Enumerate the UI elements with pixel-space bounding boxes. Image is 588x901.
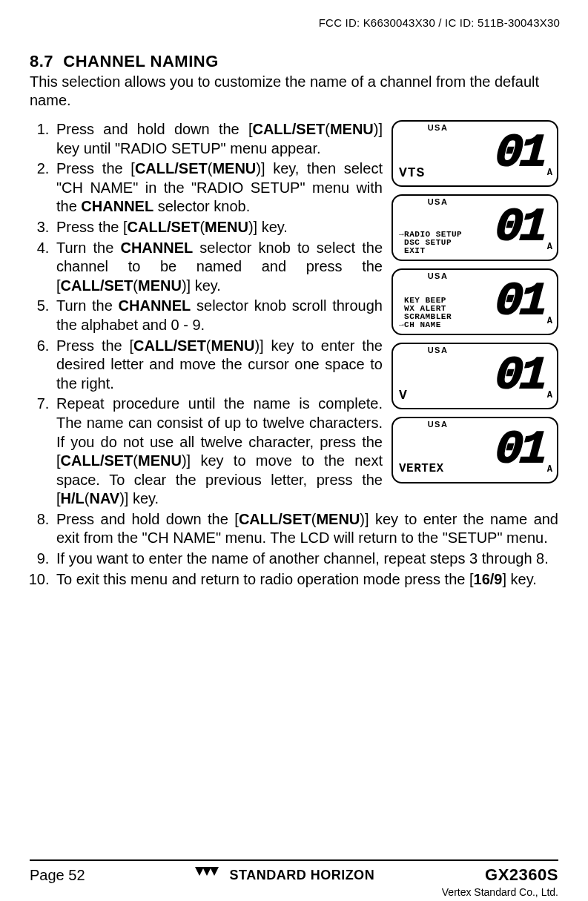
key-label: MENU (205, 219, 248, 235)
lcd-column: USAVTS01AUSA→RADIO SETUP DSC SETUP EXIT0… (392, 120, 558, 510)
bold-text: CHANNEL (120, 240, 193, 256)
lcd-usa-indicator: USA (393, 197, 483, 206)
steps-list-lower: Press and hold down the [CALL/SET(MENU)]… (30, 510, 558, 589)
key-call-set-menu: [CALL/SET(MENU)] (123, 219, 257, 235)
key-call-set-menu: [CALL/SET(MENU)] (131, 160, 265, 176)
key-call-set-menu: [CALL/SET(MENU)] (248, 121, 383, 137)
step-8: Press and hold down the [CALL/SET(MENU)]… (53, 510, 558, 548)
lcd-digit-area: 01A (483, 196, 557, 260)
step-5: Turn the CHANNEL selector knob scroll th… (53, 297, 383, 334)
text: key. (257, 219, 288, 235)
key-label: CALL/SET (61, 277, 133, 294)
brand-mark-icon (195, 867, 222, 884)
key-call-set-menu: [CALL/SET(MENU)] (56, 452, 191, 469)
key-label: CALL/SET (252, 121, 325, 137)
key-label: MENU (212, 160, 256, 176)
key-label: MENU (330, 121, 374, 137)
text: To exit this menu and return to radio op… (56, 571, 474, 587)
lcd-channel-digits: 01 (494, 279, 546, 325)
text: key. (191, 277, 221, 294)
text: Press and hold down the (56, 511, 234, 527)
key-label: MENU (138, 277, 182, 294)
key-label: H/L (61, 490, 85, 506)
two-column-layout: Press and hold down the [CALL/SET(MENU)]… (30, 120, 558, 510)
bold-text: CHANNEL (81, 198, 153, 214)
key-call-set-menu: [CALL/SET(MENU)] (56, 277, 191, 294)
step-9: If you want to enter the name of another… (53, 549, 558, 569)
company-name: Vertex Standard Co., Ltd. (442, 886, 558, 898)
text: selector knob. (153, 198, 250, 214)
step-7: Repeat procedure until the name is compl… (53, 395, 383, 509)
key-call-set-menu: [CALL/SET(MENU)] (130, 337, 264, 354)
key-label: CALL/SET (239, 511, 311, 527)
key-label: MENU (211, 337, 255, 354)
lcd-screen-4: USAV01A (392, 343, 558, 409)
lcd-menu-lines: →RADIO SETUP DSC SETUP EXIT (399, 231, 462, 255)
section-title: CHANNEL NAMING (63, 52, 218, 70)
text: Press the (56, 337, 130, 354)
lcd-channel-digits: 01 (494, 131, 546, 176)
lcd-digit-area: 01A (483, 418, 557, 482)
text: ] key. (502, 571, 536, 587)
brand-text: STANDARD HORIZON (229, 868, 374, 883)
lcd-digit-area: 01A (483, 270, 557, 334)
page-number: Page 52 (30, 867, 85, 884)
key-label: CALL/SET (135, 160, 208, 176)
key-label: CALL/SET (128, 219, 200, 235)
lcd-usa-indicator: USA (393, 346, 483, 354)
step-4: Turn the CHANNEL selector knob to select… (53, 239, 383, 296)
lcd-left-area: USAV (393, 344, 483, 408)
lcd-left-area: USA→RADIO SETUP DSC SETUP EXIT (393, 196, 483, 260)
bold-text: CHANNEL (119, 297, 191, 314)
footer-row: Page 52 STANDARD HORIZON GX2360S (30, 865, 558, 885)
lcd-text: V (399, 389, 408, 402)
lcd-channel-digits: 01 (494, 427, 546, 473)
lcd-channel-suffix: A (547, 390, 552, 400)
lcd-usa-indicator: USA (393, 420, 483, 429)
footer-rule (30, 859, 558, 861)
lcd-digit-area: 01A (483, 122, 557, 185)
key-label: CALL/SET (133, 337, 206, 354)
key-label: MENU (316, 511, 360, 527)
lcd-screen-1: USAVTS01A (392, 120, 558, 187)
lcd-text: VTS (399, 166, 425, 179)
step-10: To exit this menu and return to radio op… (53, 570, 558, 590)
document-page: FCC ID: K6630043X30 / IC ID: 511B-30043X… (0, 0, 588, 901)
lcd-screen-3: USA KEY BEEP WX ALERT SCRAMBLER →CH NAME… (392, 268, 558, 335)
step-6: Press the [CALL/SET(MENU)] key to enter … (53, 337, 383, 394)
lcd-usa-indicator: USA (393, 271, 483, 280)
lcd-usa-indicator: USA (393, 123, 483, 132)
steps-column: Press and hold down the [CALL/SET(MENU)]… (30, 120, 383, 510)
section-heading: 8.7 CHANNEL NAMING (30, 52, 558, 71)
lcd-channel-suffix: A (547, 168, 552, 178)
lcd-channel-suffix: A (547, 464, 552, 475)
text: key. (128, 490, 159, 506)
lcd-channel-digits: 01 (494, 353, 546, 399)
step-2: Press the [CALL/SET(MENU)] key, then sel… (53, 159, 383, 217)
text: Repeat procedure until the name is compl… (56, 395, 383, 449)
key-hl-nav: [H/L(NAV)] (56, 490, 128, 506)
lcd-left-area: USA KEY BEEP WX ALERT SCRAMBLER →CH NAME (393, 270, 483, 334)
lcd-screen-2: USA→RADIO SETUP DSC SETUP EXIT01A (392, 194, 558, 261)
model-number: GX2360S (485, 865, 558, 885)
key-label: MENU (138, 452, 182, 469)
lcd-digit-area: 01A (483, 344, 557, 408)
step-3: Press the [CALL/SET(MENU)] key. (53, 218, 383, 237)
text: key until "RADIO SETUP" menu appear. (56, 140, 321, 156)
section-number: 8.7 (30, 52, 53, 70)
text: Turn the (56, 297, 119, 314)
page-footer: Page 52 STANDARD HORIZON GX2360S (30, 859, 558, 885)
text: Press the (56, 160, 131, 176)
lcd-menu-lines: KEY BEEP WX ALERT SCRAMBLER →CH NAME (399, 297, 452, 329)
lcd-channel-digits: 01 (494, 205, 546, 251)
text: Press and hold down the (56, 121, 248, 137)
brand-logo: STANDARD HORIZON (195, 867, 374, 884)
key-label: CALL/SET (61, 452, 133, 469)
key-label: 16/9 (474, 571, 503, 587)
lcd-channel-suffix: A (547, 316, 552, 326)
text: Press the (56, 219, 123, 235)
lcd-text: VERTEX (399, 463, 444, 475)
text: Turn the (56, 240, 120, 256)
steps-list-upper: Press and hold down the [CALL/SET(MENU)]… (30, 120, 383, 509)
section-intro: This selection allows you to customize t… (30, 73, 558, 110)
